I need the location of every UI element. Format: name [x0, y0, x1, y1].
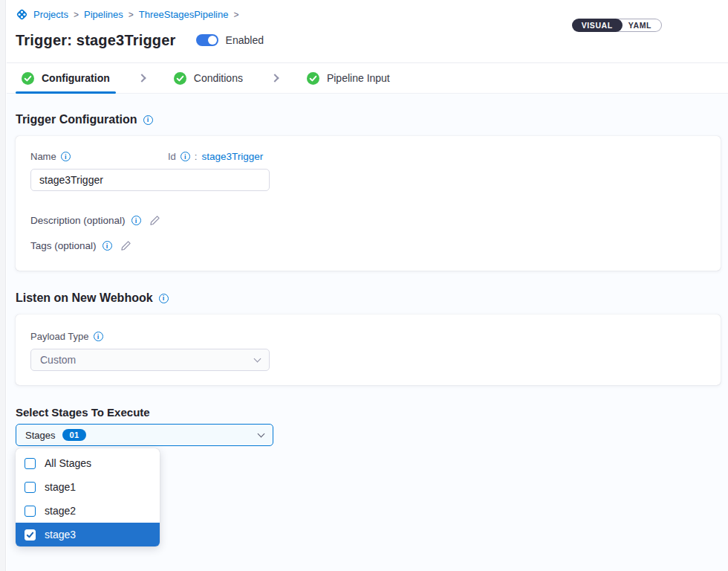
trigger-configuration-heading: Trigger Configuration — [16, 113, 728, 126]
info-icon[interactable] — [181, 152, 190, 161]
edit-icon[interactable] — [120, 240, 131, 251]
stage-option-stage1[interactable]: stage1 — [16, 475, 160, 499]
configuration-panel: Trigger Configuration Name Id : stage3Tr… — [7, 94, 728, 571]
payload-type-select[interactable]: Custom — [30, 349, 270, 371]
visual-mode-button[interactable]: VISUAL — [572, 19, 623, 32]
checkbox-icon[interactable] — [25, 458, 36, 469]
tab-pipeline-input[interactable]: Pipeline Input — [301, 63, 396, 93]
payload-type-value: Custom — [40, 354, 76, 366]
option-label: All Stages — [45, 457, 91, 469]
tab-label: Pipeline Input — [327, 72, 390, 84]
description-row: Description (optional) — [30, 215, 706, 226]
enabled-label: Enabled — [226, 34, 264, 46]
description-label: Description (optional) — [30, 215, 126, 226]
id-value-link[interactable]: stage3Trigger — [201, 151, 263, 162]
info-icon[interactable] — [143, 115, 153, 125]
nav-edge-strip — [0, 0, 6, 571]
page-header: Projects Pipelines ThreeStagesPipeline T… — [7, 0, 728, 50]
breadcrumb-separator — [74, 10, 79, 19]
id-colon: : — [195, 151, 198, 162]
info-icon[interactable] — [61, 152, 71, 161]
id-group: Id : stage3Trigger — [168, 151, 263, 162]
select-stages-heading: Select Stages To Execute — [16, 406, 728, 419]
visual-yaml-toggle: VISUAL YAML — [572, 19, 662, 32]
chevron-down-icon — [258, 430, 265, 438]
tags-label: Tags (optional) — [30, 240, 97, 251]
tab-label: Configuration — [42, 72, 110, 84]
option-label: stage3 — [45, 529, 76, 541]
stages-dropdown-menu: All Stages stage1 stage2 — [16, 448, 160, 546]
id-label: Id — [168, 151, 176, 162]
breadcrumb-separator — [233, 10, 238, 19]
stage-option-stage3[interactable]: stage3 — [16, 523, 160, 546]
check-circle-icon — [174, 72, 186, 85]
stage-option-all-stages[interactable]: All Stages — [16, 451, 160, 475]
webhook-heading: Listen on New Webhook — [16, 291, 728, 305]
checkbox-checked-icon[interactable] — [25, 529, 36, 541]
chevron-right-icon — [270, 74, 279, 82]
stages-field-label: Stages — [25, 430, 55, 441]
trigger-page: Projects Pipelines ThreeStagesPipeline T… — [7, 0, 728, 571]
checkbox-icon[interactable] — [25, 482, 36, 493]
stage-option-stage2[interactable]: stage2 — [16, 499, 160, 523]
info-icon[interactable] — [159, 294, 169, 303]
tab-configuration[interactable]: Configuration — [16, 63, 116, 93]
wizard-tabbar: Configuration Conditions Pipeline Input — [7, 62, 728, 94]
heading-text: Trigger Configuration — [16, 113, 137, 126]
breadcrumb-link-pipelines[interactable]: Pipelines — [84, 9, 123, 20]
yaml-mode-button[interactable]: YAML — [616, 19, 662, 32]
check-circle-icon — [307, 72, 319, 85]
chevron-right-icon — [137, 74, 146, 82]
name-label: Name — [30, 151, 168, 162]
toggle-knob-icon — [208, 36, 217, 45]
webhook-card: Payload Type Custom — [16, 314, 721, 385]
enabled-toggle[interactable] — [196, 34, 218, 46]
tags-row: Tags (optional) — [30, 240, 706, 251]
name-id-row: Name Id : stage3Trigger — [30, 151, 706, 162]
tab-label: Conditions — [194, 72, 243, 84]
title-row: Trigger: stage3Trigger Enabled — [16, 30, 728, 50]
payload-type-label: Payload Type — [30, 331, 168, 342]
info-icon[interactable] — [131, 216, 141, 225]
info-icon[interactable] — [94, 332, 103, 341]
option-label: stage2 — [45, 505, 76, 517]
check-circle-icon — [22, 72, 34, 85]
info-icon[interactable] — [103, 241, 112, 251]
chevron-down-icon — [254, 355, 261, 363]
label-text: Name — [30, 151, 56, 162]
stages-count-badge: 01 — [62, 429, 85, 441]
project-logo-icon — [16, 8, 28, 21]
label-text: Payload Type — [30, 331, 89, 342]
trigger-configuration-card: Name Id : stage3Trigger Description (opt… — [16, 136, 721, 271]
checkbox-icon[interactable] — [25, 506, 36, 517]
breadcrumb-link-pipeline-name[interactable]: ThreeStagesPipeline — [139, 9, 229, 20]
name-input[interactable] — [30, 169, 270, 191]
stages-multiselect-trigger[interactable]: Stages 01 — [16, 424, 273, 446]
breadcrumb-separator — [129, 10, 134, 19]
page-title: Trigger: stage3Trigger — [16, 32, 176, 49]
heading-text: Listen on New Webhook — [16, 291, 153, 305]
breadcrumb-link-projects[interactable]: Projects — [33, 9, 68, 20]
check-icon — [26, 531, 34, 539]
option-label: stage1 — [45, 481, 76, 493]
edit-icon[interactable] — [149, 215, 160, 226]
tab-conditions[interactable]: Conditions — [168, 63, 249, 93]
